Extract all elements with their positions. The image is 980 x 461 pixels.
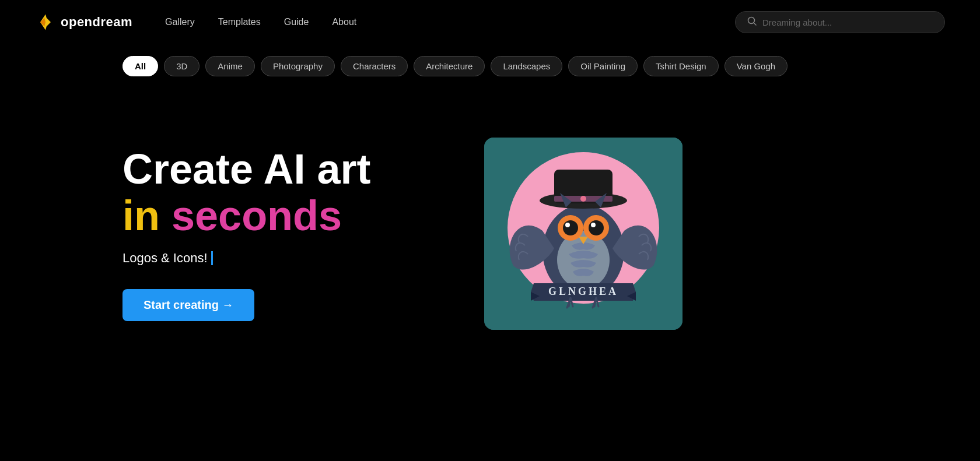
search-bar [735,11,945,33]
start-creating-button[interactable]: Start creating → [123,289,254,321]
nav-templates[interactable]: Templates [209,12,270,32]
logo-icon [35,12,56,33]
nav-guide[interactable]: Guide [275,12,318,32]
filter-anime[interactable]: Anime [205,56,255,76]
search-input[interactable] [762,17,933,27]
hero-subtitle: Logos & Icons! [123,251,414,266]
svg-point-14 [563,220,578,235]
svg-point-10 [580,196,586,202]
text-cursor [211,251,213,265]
hero-text: Create AI art in seconds Logos & Icons! … [123,146,414,321]
svg-text:GLNGHEA: GLNGHEA [548,286,618,297]
brand-name: opendream [61,15,132,30]
logo-link[interactable]: opendream [35,12,132,33]
filter-photography[interactable]: Photography [261,56,335,76]
hero-title-seconds: seconds [172,192,342,239]
svg-point-16 [565,223,570,227]
navbar: opendream Gallery Templates Guide About [0,0,980,44]
filter-3d[interactable]: 3D [164,56,200,76]
filter-oil-painting[interactable]: Oil Painting [568,56,638,76]
hero-image: GLNGHEA [484,138,682,330]
hero-title-line1: Create AI art [123,146,414,192]
svg-line-3 [754,23,756,25]
hero-section: Create AI art in seconds Logos & Icons! … [0,88,980,379]
filter-landscapes[interactable]: Landscapes [491,56,562,76]
hero-title-line2: in seconds [123,193,414,239]
search-icon [747,16,757,28]
svg-point-17 [591,223,596,227]
hero-title-in: in [123,192,160,239]
filter-all[interactable]: All [123,56,158,76]
nav-links: Gallery Templates Guide About [156,12,366,32]
filter-van-gogh[interactable]: Van Gogh [724,56,788,76]
nav-about[interactable]: About [323,12,366,32]
filter-bar: All 3D Anime Photography Characters Arch… [0,44,980,88]
filter-tshirt-design[interactable]: Tshirt Design [643,56,719,76]
owl-svg: GLNGHEA [484,138,682,330]
svg-point-15 [589,220,604,235]
filter-architecture[interactable]: Architecture [414,56,485,76]
filter-characters[interactable]: Characters [341,56,408,76]
nav-gallery[interactable]: Gallery [156,12,204,32]
